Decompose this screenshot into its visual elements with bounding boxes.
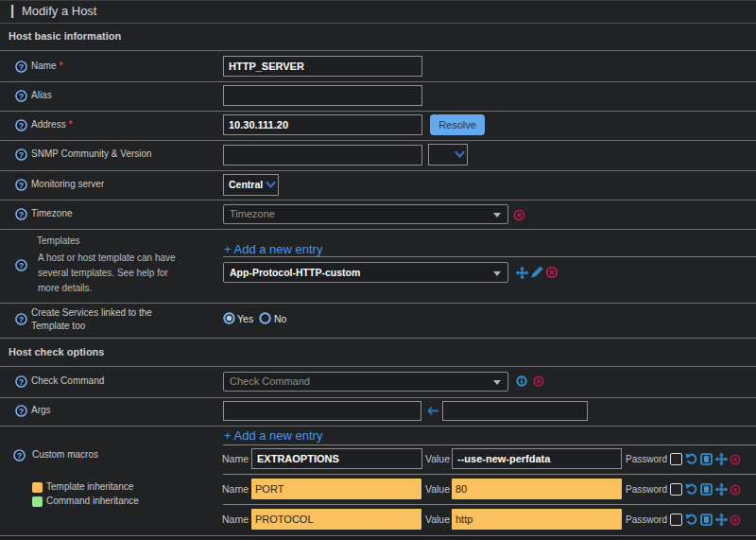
- svg-text:?: ?: [19, 261, 25, 270]
- svg-text:?: ?: [19, 210, 25, 219]
- svg-text:?: ?: [19, 150, 25, 160]
- svg-text:?: ?: [17, 451, 23, 461]
- svg-text:?: ?: [19, 407, 25, 416]
- svg-text:?: ?: [19, 62, 25, 72]
- svg-text:?: ?: [19, 181, 25, 190]
- svg-text:?: ?: [19, 377, 25, 387]
- svg-text:?: ?: [19, 121, 25, 131]
- svg-text:?: ?: [19, 92, 25, 101]
- svg-text:?: ?: [19, 315, 25, 324]
